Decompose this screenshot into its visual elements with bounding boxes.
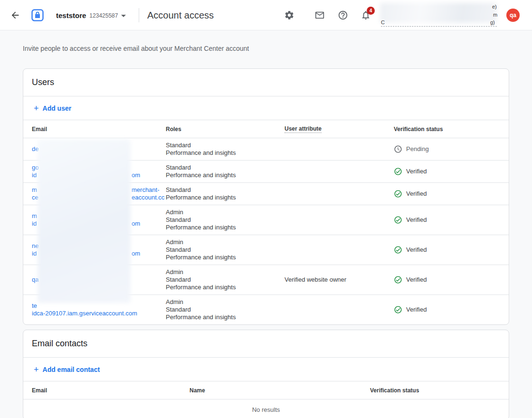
no-results-row: No results: [23, 399, 509, 418]
email-link[interactable]: teidca-209107.iam.gserviceaccount.com: [32, 302, 166, 317]
verified-check-icon: [394, 305, 402, 314]
store-name: teststore: [56, 11, 86, 19]
chevron-down-icon: [121, 15, 126, 17]
notification-count-badge[interactable]: 4: [367, 7, 375, 15]
contacts-title: Email contacts: [32, 339, 87, 349]
roles-cell: AdminStandardPerformance and insights: [166, 298, 285, 321]
verified-check-icon: [394, 216, 402, 224]
add-user-label: Add user: [43, 104, 72, 112]
roles-cell: StandardPerformance and insights: [166, 164, 285, 179]
settings-button[interactable]: [281, 7, 298, 24]
status-label: Verified: [406, 190, 427, 198]
page-title: Account access: [147, 0, 214, 30]
roles-cell: AdminStandardPerformance and insights: [166, 268, 285, 291]
verification-status: Verified: [394, 246, 509, 254]
column-verification-status: Verification status: [394, 126, 509, 133]
column-user-attribute[interactable]: User attribute: [285, 125, 322, 133]
redacted-fragment: g): [490, 19, 495, 25]
add-user-button[interactable]: + Add user: [30, 103, 75, 114]
status-label: Verified: [406, 276, 427, 284]
verification-status: Verified: [394, 190, 509, 198]
status-label: Verified: [406, 306, 427, 314]
verification-status: Verified: [394, 305, 509, 314]
column-name: Name: [190, 387, 370, 394]
column-email: Email: [32, 126, 166, 133]
messages-button[interactable]: [311, 7, 328, 24]
users-title: Users: [32, 77, 54, 87]
column-roles: Roles: [166, 126, 285, 133]
top-app-bar: teststore 123425587 Account access 4 e) …: [0, 0, 532, 30]
merchant-center-logo-icon: [31, 9, 44, 21]
intro-text: Invite people to access or receive email…: [23, 45, 509, 52]
roles-cell: AdminStandardPerformance and insights: [166, 238, 285, 261]
contacts-table-header: Email Name Verification status: [23, 381, 509, 399]
column-verification-status: Verification status: [370, 387, 509, 394]
verified-check-icon: [394, 276, 402, 284]
verified-check-icon: [394, 190, 402, 198]
redacted-underline: [381, 26, 497, 27]
verified-check-icon: [394, 167, 402, 176]
redacted-emails-region: [38, 139, 131, 303]
verified-check-icon: [394, 246, 402, 254]
add-contact-row: + Add email contact: [23, 358, 509, 381]
redacted-fragment: m: [493, 12, 497, 18]
contacts-card-header: Email contacts: [23, 330, 509, 358]
add-email-contact-label: Add email contact: [43, 366, 100, 373]
email-contacts-card: Email contacts + Add email contact Email…: [23, 330, 509, 418]
verification-status: Verified: [394, 167, 509, 176]
verification-status: Pending: [394, 145, 509, 153]
mail-icon: [314, 10, 325, 20]
merchant-center-app: teststore 123425587 Account access 4 e) …: [0, 0, 532, 418]
pending-clock-icon: [394, 145, 402, 153]
users-card-header: Users: [23, 69, 509, 96]
status-label: Verified: [406, 246, 427, 254]
user-attribute-cell: Verified website owner: [285, 276, 394, 284]
help-button[interactable]: [334, 7, 352, 24]
gear-icon: [284, 10, 294, 20]
roles-cell: StandardPerformance and insights: [166, 142, 285, 157]
users-card: Users + Add user Email Roles User attrib…: [23, 68, 509, 325]
add-user-row: + Add user: [23, 96, 509, 120]
users-table-header: Email Roles User attribute Verification …: [23, 120, 509, 138]
redacted-fragment: e): [492, 4, 497, 10]
back-button[interactable]: [7, 7, 24, 24]
header-divider: [139, 8, 139, 22]
users-table-body: deStandardPerformance and insightsPendin…: [23, 138, 509, 324]
plus-icon: +: [34, 105, 39, 112]
verification-status: Verified: [394, 216, 509, 224]
redacted-header-region: [380, 3, 497, 23]
main-content: Invite people to access or receive email…: [0, 45, 532, 418]
status-label: Verified: [406, 168, 427, 175]
status-label: Pending: [406, 145, 429, 153]
account-switcher[interactable]: teststore 123425587: [56, 0, 126, 30]
avatar[interactable]: qa: [506, 9, 520, 22]
column-email: Email: [32, 387, 190, 394]
help-icon: [338, 10, 348, 20]
redacted-fragment: C: [381, 19, 385, 25]
roles-cell: StandardPerformance and insights: [166, 186, 285, 201]
plus-icon: +: [34, 366, 39, 373]
back-arrow-icon: [10, 10, 20, 20]
roles-cell: AdminStandardPerformance and insights: [166, 209, 285, 231]
verification-status: Verified: [394, 276, 509, 284]
add-email-contact-button[interactable]: + Add email contact: [30, 364, 104, 375]
store-id: 123425587: [89, 12, 118, 19]
status-label: Verified: [406, 216, 427, 224]
